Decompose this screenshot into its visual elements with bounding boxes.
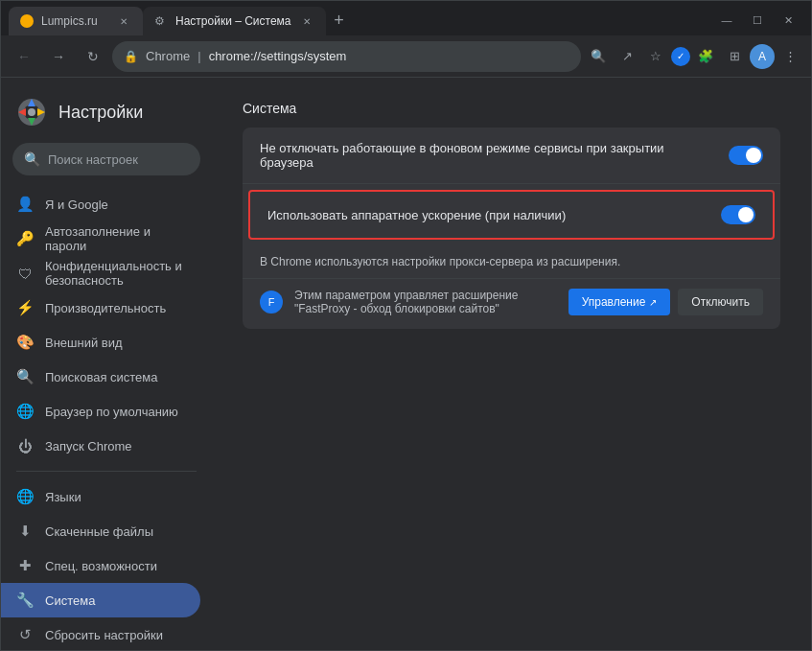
proxy-info: В Chrome используются настройки прокси-с… [243,245,780,279]
sidebar-item-accessibility[interactable]: ✚ Спец. возможности [1,548,200,583]
search-icon-btn[interactable]: 🔍 [585,43,612,70]
manage-extension-button[interactable]: Управление ↗ [568,289,671,315]
system-icon: 🔧 [16,592,34,609]
lock-icon: 🔒 [124,50,138,63]
proxy-ext-description: Этим параметром управляет расширение "Fa… [294,289,557,315]
sidebar-item-privacy-label: Конфиденциальность и безопасность [45,259,185,288]
back-button[interactable]: ← [9,41,39,72]
tab-settings-label: Настройки – Система [175,14,291,28]
minimize-button[interactable]: — [711,11,742,30]
appearance-icon: 🎨 [16,334,34,351]
profile-avatar[interactable]: A [750,44,775,69]
sidebar-item-search-engine[interactable]: 🔍 Поисковая система [1,360,200,394]
manage-label: Управление [582,295,646,309]
svg-point-2 [28,108,35,116]
search-engine-icon: 🔍 [16,368,34,385]
address-prefix: Chrome [146,49,190,63]
sidebar-divider-1 [16,471,197,472]
ext-buttons: Управление ↗ Отключить [568,289,763,315]
settings-page-title: Настройки [58,103,143,123]
languages-icon: 🌐 [16,488,34,505]
tab-lumpics[interactable]: Lumpics.ru ✕ [9,7,143,35]
search-icon: 🔍 [24,151,40,167]
sidebar-item-default-browser[interactable]: 🌐 Браузер по умолчанию [1,394,200,429]
navigation-bar: ← → ↻ 🔒 Chrome | chrome://settings/syste… [1,35,811,78]
profile-menu-btn[interactable]: ⊞ [721,43,748,70]
sidebar-item-appearance[interactable]: 🎨 Внешний вид [1,325,200,360]
hardware-acceleration-toggle[interactable] [721,205,755,224]
nav-icons-right: 🔍 ↗ ☆ ✓ 🧩 ⊞ A ⋮ [585,43,803,70]
hardware-acceleration-row: Использовать аппаратное ускорение (при н… [250,192,773,238]
extensions-icon-btn[interactable]: 🧩 [692,43,719,70]
startup-icon: ⏻ [16,437,34,454]
section-title: Система [243,101,780,116]
background-services-toggle[interactable] [729,146,763,165]
reload-button[interactable]: ↻ [78,41,108,72]
sidebar-item-google[interactable]: 👤 Я и Google [1,187,200,221]
settings-header: Настройки [1,85,212,143]
address-url: chrome://settings/system [209,49,347,63]
proxy-ext-row: F Этим параметром управляет расширение "… [243,279,780,329]
reset-icon: ↺ [16,626,34,643]
sidebar-item-system[interactable]: 🔧 Система [1,583,200,617]
accessibility-icon: ✚ [16,557,34,574]
maximize-button[interactable]: ☐ [742,11,773,30]
sidebar-item-reset[interactable]: ↺ Сбросить настройки [1,617,200,650]
tab-settings-favicon: ⚙ [154,14,168,28]
fastproxy-logo: F [260,291,283,314]
sidebar-item-performance[interactable]: ⚡ Производительность [1,291,200,325]
sidebar-item-downloads-label: Скаченные файлы [45,524,153,539]
background-services-row: Не отключать работающие в фоновом режиме… [243,128,780,184]
extension-active-icon[interactable]: ✓ [671,47,690,66]
sidebar-item-appearance-label: Внешний вид [45,336,123,350]
sidebar-item-performance-label: Производительность [45,301,166,315]
new-tab-button[interactable]: + [326,7,353,34]
disable-label: Отключить [691,295,750,309]
sidebar-item-autofill[interactable]: 🔑 Автозаполнение и пароли [1,221,200,256]
sidebar-item-startup[interactable]: ⏻ Запуск Chrome [1,429,200,463]
address-separator: | [197,49,200,63]
sidebar-item-autofill-label: Автозаполнение и пароли [45,224,185,253]
window-controls: — ☐ ✕ [711,11,803,30]
search-placeholder: Поиск настроек [48,152,138,167]
right-panel: Система Не отключать работающие в фоново… [212,78,811,650]
bookmark-icon-btn[interactable]: ☆ [642,43,669,70]
forward-button[interactable]: → [43,41,74,72]
proxy-info-text: В Chrome используются настройки прокси-с… [260,255,620,268]
sidebar-item-languages[interactable]: 🌐 Языки [1,479,200,514]
sidebar-item-startup-label: Запуск Chrome [45,439,132,453]
address-bar[interactable]: 🔒 Chrome | chrome://settings/system [112,41,581,72]
sidebar-item-system-label: Система [45,593,95,608]
sidebar-item-privacy[interactable]: 🛡 Конфиденциальность и безопасность [1,256,200,291]
sidebar-item-accessibility-label: Спец. возможности [45,559,157,573]
menu-button[interactable]: ⋮ [777,43,803,70]
browser-window: Lumpics.ru ✕ ⚙ Настройки – Система ✕ + —… [0,0,812,651]
sidebar: Настройки 🔍 Поиск настроек 👤 Я и Google … [1,78,212,650]
sidebar-item-downloads[interactable]: ⬇ Скаченные файлы [1,514,200,548]
downloads-icon: ⬇ [16,523,34,540]
performance-icon: ⚡ [16,299,34,316]
privacy-icon: 🛡 [16,265,34,282]
tab-settings[interactable]: ⚙ Настройки – Система ✕ [143,7,326,35]
default-browser-icon: 🌐 [16,403,34,420]
external-link-small-icon: ↗ [649,297,657,308]
share-icon-btn[interactable]: ↗ [614,43,640,70]
sidebar-item-default-label: Браузер по умолчанию [45,405,178,419]
tab-lumpics-label: Lumpics.ru [41,14,98,28]
sidebar-item-languages-label: Языки [45,490,81,504]
background-services-label: Не отключать работающие в фоновом режиме… [260,141,729,170]
settings-search-box[interactable]: 🔍 Поиск настроек [12,143,200,175]
main-content: Настройки 🔍 Поиск настроек 👤 Я и Google … [1,78,811,650]
google-icon: 👤 [16,196,34,213]
tab-settings-close[interactable]: ✕ [299,13,314,29]
chrome-settings-logo [16,97,47,128]
disable-extension-button[interactable]: Отключить [678,289,763,315]
sidebar-item-google-label: Я и Google [45,198,108,212]
hardware-acceleration-label: Использовать аппаратное ускорение (при н… [267,208,721,222]
close-button[interactable]: ✕ [773,11,803,30]
tab-lumpics-close[interactable]: ✕ [116,13,131,29]
title-bar: Lumpics.ru ✕ ⚙ Настройки – Система ✕ + —… [1,1,811,35]
sidebar-item-reset-label: Сбросить настройки [45,628,163,642]
system-settings-card: Не отключать работающие в фоновом режиме… [243,128,780,329]
tab-lumpics-favicon [20,14,34,28]
